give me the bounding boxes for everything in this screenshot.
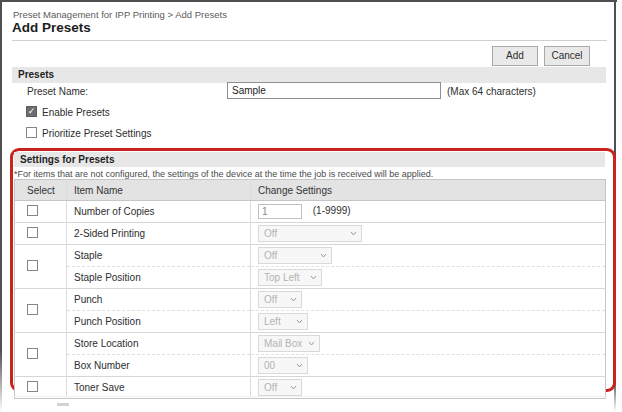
table-row: Number of Copies (1-9999) (15, 201, 606, 223)
window-border-left (0, 0, 2, 412)
punch-select[interactable]: Off (258, 291, 302, 308)
item-name-cell: Number of Copies (67, 201, 251, 223)
settings-section-header: Settings for Presets (14, 152, 605, 167)
settings-note: *For items that are not configured, the … (14, 169, 433, 179)
window-border-top (0, 0, 617, 2)
prioritize-preset-settings-label: Prioritize Preset Settings (42, 128, 152, 139)
table-row: Punch Off (15, 289, 606, 311)
breadcrumb[interactable]: Preset Management for IPP Printing > Add… (13, 9, 227, 20)
item-name-cell: Staple Position (67, 267, 251, 289)
table-row: Staple Position Top Left (15, 267, 606, 289)
chevron-down-icon (320, 253, 327, 258)
toner-save-select[interactable]: Off (258, 379, 302, 396)
row-select-checkbox[interactable] (27, 348, 38, 359)
copies-range-hint: (1-9999) (313, 205, 351, 216)
preset-name-label: Preset Name: (27, 86, 88, 97)
preset-name-input[interactable] (227, 82, 441, 99)
chevron-down-icon (308, 341, 315, 346)
add-button[interactable]: Add (492, 46, 538, 66)
chevron-down-icon (350, 231, 357, 236)
table-row: Store Location Mail Box (15, 333, 606, 355)
number-of-copies-input[interactable] (258, 204, 302, 219)
item-name-cell: 2-Sided Printing (67, 223, 251, 245)
column-header-item-name: Item Name (67, 180, 251, 201)
cancel-button[interactable]: Cancel (544, 46, 590, 66)
chevron-down-icon (296, 319, 303, 324)
item-name-cell: Box Number (67, 355, 251, 377)
row-select-checkbox[interactable] (27, 227, 38, 238)
table-row: Staple Off (15, 245, 606, 267)
settings-table: Select Item Name Change Settings Number … (14, 179, 606, 399)
item-name-cell: Punch (67, 289, 251, 311)
table-header-row: Select Item Name Change Settings (15, 180, 606, 201)
item-name-cell: Staple (67, 245, 251, 267)
table-row: Punch Position Left (15, 311, 606, 333)
row-select-checkbox[interactable] (27, 260, 38, 271)
page-title: Add Presets (12, 20, 91, 35)
box-number-select[interactable]: 00 (258, 357, 308, 374)
browser-page: Preset Management for IPP Printing > Add… (0, 0, 622, 412)
row-select-checkbox[interactable] (27, 205, 38, 216)
chevron-down-icon (290, 385, 297, 390)
next-section-cutoff-divider (12, 396, 607, 397)
store-location-select[interactable]: Mail Box (258, 335, 320, 352)
item-name-cell: Store Location (67, 333, 251, 355)
preset-name-hint: (Max 64 characters) (447, 86, 536, 97)
chevron-down-icon (310, 275, 317, 280)
punch-position-select[interactable]: Left (258, 313, 308, 330)
column-header-change-settings: Change Settings (251, 180, 606, 201)
prioritize-preset-settings-checkbox[interactable] (26, 127, 37, 138)
row-select-checkbox[interactable] (27, 304, 38, 315)
title-divider (12, 40, 607, 41)
enable-presets-checkbox[interactable]: ✓ (26, 106, 37, 117)
presets-section-header: Presets (12, 67, 606, 83)
item-name-cell: Punch Position (67, 311, 251, 333)
staple-select[interactable]: Off (258, 247, 332, 264)
next-section-cutoff-fragment (57, 403, 69, 406)
two-sided-printing-select[interactable]: Off (258, 225, 362, 242)
table-row: Box Number 00 (15, 355, 606, 377)
window-border-right (614, 0, 616, 412)
table-row: 2-Sided Printing Off (15, 223, 606, 245)
staple-position-select[interactable]: Top Left (258, 269, 322, 286)
enable-presets-label: Enable Presets (42, 107, 110, 118)
chevron-down-icon (290, 297, 297, 302)
chevron-down-icon (296, 363, 303, 368)
column-header-select: Select (15, 180, 67, 201)
row-select-checkbox[interactable] (27, 381, 38, 392)
